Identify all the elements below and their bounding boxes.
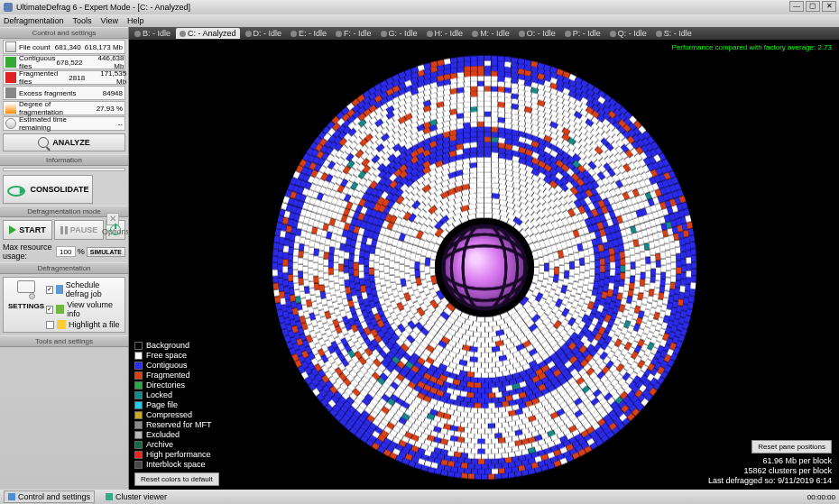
footer-tab-cluster[interactable]: Cluster viewer [102,491,171,502]
info-box [3,168,125,171]
drive-icon [427,31,433,37]
checkbox[interactable] [46,321,54,329]
status-time: 00:00:00 [807,493,835,501]
drive-icon [519,31,525,37]
stat-contiguous: Contiguous files 678,522 446,638 Mb [3,55,125,69]
analyze-button[interactable]: ANALYZE [3,133,125,151]
volume-icon [56,305,64,314]
stat-filecount: File count 681,340 618,173 Mb [3,40,125,54]
fragmented-icon [5,72,16,83]
highlight-row[interactable]: Highlight a file [46,320,122,329]
app-icon [4,3,13,12]
drive-icon [381,31,387,37]
drive-icon [245,31,252,37]
power-icon [110,225,121,235]
main-view: B: - Idle C: - Analyzed D: - Idle E: - I… [129,27,839,490]
tab-icon [106,493,113,500]
drive-icon [336,31,342,37]
excess-icon [5,87,16,98]
disk-visualization[interactable] [250,50,719,483]
drive-tab-f[interactable]: F: - Idle [332,28,375,39]
footer-tabs: Control and settings Cluster viewer 00:0… [0,490,839,504]
maximize-button[interactable]: ▢ [806,1,820,12]
checkbox[interactable]: ✓ [46,306,53,314]
tab-icon [8,493,15,500]
reset-pane-button[interactable]: Reset pane positions [751,440,832,454]
resource-row: Max resource usage: % SIMULATE [3,243,125,261]
drive-tab-h[interactable]: H: - Idle [423,28,467,39]
bottom-info: 61.96 Mb per block 15862 clusters per bl… [708,456,832,486]
settings-box: SETTINGS ✓Schedule defrag job ✓View volu… [3,277,125,333]
play-icon [9,225,16,234]
consolidate-button[interactable]: CONSOLIDATE [3,175,93,204]
degree-icon [5,103,16,114]
drive-icon [565,31,571,37]
drive-tab-o[interactable]: O: - Idle [515,28,559,39]
drive-tab-q[interactable]: Q: - Idle [606,28,650,39]
consolidate-icon [7,180,25,198]
legend-swatch [134,342,143,350]
drive-icon [134,31,141,37]
schedule-icon [56,285,63,294]
drive-icon [290,31,297,37]
drive-icon [656,31,662,37]
menu-defrag[interactable]: Defragmentation [4,16,64,25]
drive-tab-s[interactable]: S: - Idle [652,28,696,39]
drive-tab-b[interactable]: B: - Idle [131,28,174,39]
legend: Background Free space Contiguous Fragmen… [134,341,212,470]
drive-icon [180,31,186,37]
drive-tab-m[interactable]: M: - Idle [468,28,513,39]
volumeinfo-row[interactable]: ✓View volume info [46,300,122,318]
minimize-button[interactable]: — [789,1,804,12]
files-icon [5,41,16,52]
resource-input[interactable] [56,246,76,257]
left-panel: Control and settings File count 681,340 … [0,27,129,490]
drive-tab-p[interactable]: P: - Idle [561,28,604,39]
simulate-button[interactable]: SIMULATE [87,247,125,257]
footer-tab-control[interactable]: Control and settings [4,490,95,503]
options-icon [106,213,119,225]
menubar: Defragmentation Tools View Help [0,14,839,27]
contiguous-icon [5,57,16,68]
settings-button[interactable]: SETTINGS [6,302,46,310]
clock-icon [5,118,16,129]
titlebar: UltimateDefrag 6 - Expert Mode - [C: - A… [0,0,839,14]
stat-fragmented: Fragmented files 2818 171,535 Mb [3,70,125,85]
pause-button[interactable]: PAUSE [54,220,104,240]
close-button[interactable]: ✕ [822,1,836,12]
stat-degree: Degree of fragmentation 27.93 % [3,101,125,115]
reset-colors-button[interactable]: Reset colors to default [134,472,219,486]
drive-tab-d[interactable]: D: - Idle [242,28,286,39]
window-title: UltimateDefrag 6 - Expert Mode - [C: - A… [16,3,190,12]
magnify-icon [38,137,49,148]
drive-icon [610,31,616,37]
highlight-icon [57,320,66,329]
menu-help[interactable]: Help [127,16,144,25]
drive-tab-c[interactable]: C: - Analyzed [176,28,240,39]
schedule-row[interactable]: ✓Schedule defrag job [46,280,122,298]
start-button[interactable]: START [3,220,52,240]
stat-excess: Excess fragments 84948 [3,86,125,100]
checkbox[interactable]: ✓ [46,286,53,294]
drive-tabs: B: - Idle C: - Analyzed D: - Idle E: - I… [129,27,839,40]
drive-tab-g[interactable]: G: - Idle [377,28,421,39]
settings-icon [16,280,36,300]
section-tools: Tools and settings [0,335,128,347]
menu-view[interactable]: View [101,16,118,25]
section-control: Control and settings [0,27,128,39]
stat-eta: Estimated time remaining -- [3,116,125,131]
drive-tab-e[interactable]: E: - Idle [287,28,330,39]
menu-tools[interactable]: Tools [73,16,92,25]
section-defrag: Defragmentation [0,262,128,274]
drive-icon [472,31,478,37]
pause-icon [60,226,68,234]
section-info: Information [0,154,128,166]
